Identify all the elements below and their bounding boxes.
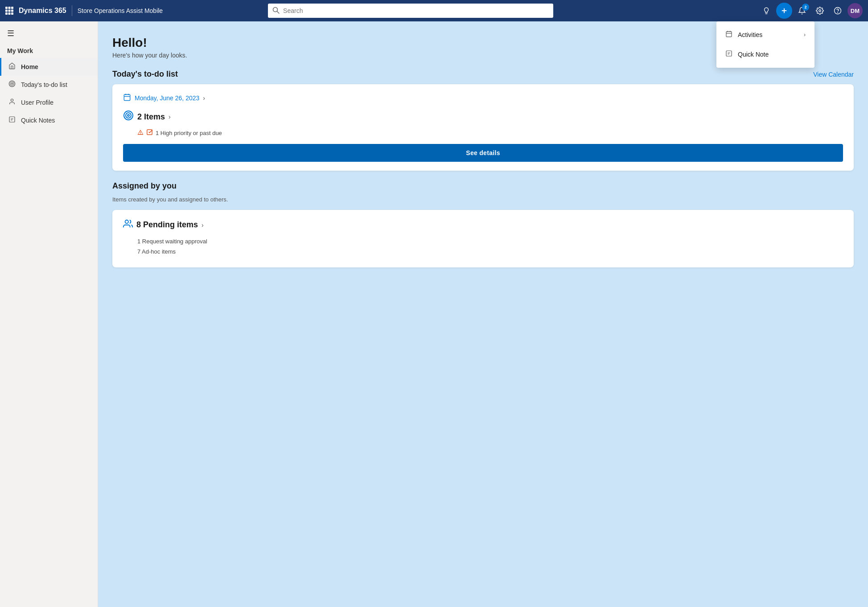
pending-chevron-icon[interactable]: › xyxy=(202,221,204,229)
app-layout: ☰ My Work Home Today's to-do list xyxy=(0,21,868,607)
svg-point-36 xyxy=(128,115,129,116)
svg-rect-3 xyxy=(5,10,8,12)
assigned-section-header: Assigned by you xyxy=(112,181,854,191)
pending-sub-item-1: 7 Ad-hoc items xyxy=(137,248,843,255)
activities-menu-item[interactable]: Activities › xyxy=(716,25,815,45)
svg-point-24 xyxy=(10,82,14,86)
search-input[interactable] xyxy=(283,7,549,14)
sidebar-home-label: Home xyxy=(21,63,38,70)
quicknote-label: Quick Note xyxy=(738,51,806,58)
sidebar-profile-label: User Profile xyxy=(21,99,53,106)
target-icon xyxy=(8,80,16,89)
svg-point-23 xyxy=(9,81,15,86)
search-icon xyxy=(272,7,280,15)
todo-card: Monday, June 26, 2023 › 2 Items › xyxy=(112,84,854,171)
items-count: 2 Items xyxy=(137,112,165,122)
assigned-users-icon xyxy=(123,219,133,231)
svg-rect-0 xyxy=(5,7,8,9)
svg-point-13 xyxy=(819,10,821,12)
quicknote-icon xyxy=(725,50,732,59)
exclamation-icon xyxy=(137,129,144,137)
help-button[interactable] xyxy=(830,3,846,19)
date-chevron-icon[interactable]: › xyxy=(203,94,205,102)
activities-dropdown: Activities › Quick Note xyxy=(716,21,815,68)
items-row: 2 Items › xyxy=(123,110,843,123)
assigned-section-title: Assigned by you xyxy=(112,181,177,191)
svg-rect-37 xyxy=(147,130,152,135)
svg-point-26 xyxy=(11,99,13,101)
items-target-icon xyxy=(123,110,134,123)
svg-rect-27 xyxy=(9,117,15,122)
todo-section-title: Today's to-do list xyxy=(112,70,178,79)
assigned-card: 8 Pending items › 1 Request waiting appr… xyxy=(112,210,854,267)
svg-rect-1 xyxy=(8,7,11,9)
activities-icon xyxy=(725,30,732,39)
card-date-text: Monday, June 26, 2023 xyxy=(135,94,199,102)
svg-rect-6 xyxy=(5,12,8,15)
sidebar-item-profile[interactable]: User Profile xyxy=(0,94,98,111)
assigned-section-sub: Items created by you and assigned to oth… xyxy=(112,196,854,203)
svg-rect-5 xyxy=(11,10,13,12)
brand-name: Dynamics 365 xyxy=(19,7,66,15)
pending-row: 8 Pending items › xyxy=(123,219,843,231)
svg-rect-30 xyxy=(124,94,130,101)
activities-chevron-icon: › xyxy=(804,32,806,38)
svg-point-25 xyxy=(12,83,13,85)
svg-rect-16 xyxy=(726,32,732,37)
sidebar: ☰ My Work Home Today's to-do list xyxy=(0,21,98,607)
notification-badge: 2 xyxy=(802,4,809,11)
sidebar-item-quicknotes[interactable]: Quick Notes xyxy=(0,111,98,129)
sidebar-quicknotes-label: Quick Notes xyxy=(21,117,55,124)
svg-rect-2 xyxy=(11,7,13,9)
svg-rect-7 xyxy=(8,12,11,15)
priority-row: 1 High priority or past due xyxy=(137,129,843,137)
task-icon xyxy=(146,129,153,137)
see-details-button[interactable]: See details xyxy=(123,144,843,162)
search-bar[interactable] xyxy=(268,4,553,18)
view-calendar-link[interactable]: View Calendar xyxy=(813,71,854,78)
svg-rect-4 xyxy=(8,10,11,12)
pending-sub-item-0: 1 Request waiting approval xyxy=(137,238,843,245)
sidebar-item-home[interactable]: Home xyxy=(0,58,98,76)
svg-point-35 xyxy=(126,113,131,118)
card-date-row: Monday, June 26, 2023 › xyxy=(123,93,843,103)
main-content: Hello! Here's how your day looks. Today'… xyxy=(98,21,868,607)
activities-label: Activities xyxy=(738,31,798,38)
notification-button[interactable]: 2 xyxy=(794,3,810,19)
quicknotes-icon xyxy=(8,116,16,125)
svg-rect-8 xyxy=(11,12,13,15)
sidebar-section-label: My Work xyxy=(0,42,98,58)
lightbulb-button[interactable] xyxy=(758,3,774,19)
settings-button[interactable] xyxy=(812,3,828,19)
items-chevron-icon[interactable]: › xyxy=(169,113,171,120)
sidebar-item-today[interactable]: Today's to-do list xyxy=(0,76,98,94)
calendar-icon xyxy=(123,93,131,103)
nav-actions: 2 DM xyxy=(758,3,863,19)
sidebar-menu-button[interactable]: ☰ xyxy=(0,21,98,42)
top-navigation: Dynamics 365 Store Operations Assist Mob… xyxy=(0,0,868,21)
priority-text: 1 High priority or past due xyxy=(156,130,222,136)
svg-point-14 xyxy=(834,8,841,14)
todo-section-header: Today's to-do list View Calendar xyxy=(112,70,854,79)
svg-line-10 xyxy=(277,11,280,13)
svg-rect-20 xyxy=(726,51,732,56)
user-profile-icon xyxy=(8,98,16,107)
pending-count: 8 Pending items xyxy=(136,220,198,230)
waffle-menu-button[interactable] xyxy=(5,7,13,15)
add-button[interactable] xyxy=(776,3,792,19)
home-icon xyxy=(8,62,16,71)
nav-divider xyxy=(72,5,72,16)
sidebar-today-label: Today's to-do list xyxy=(21,81,67,88)
svg-point-38 xyxy=(125,220,128,223)
app-name: Store Operations Assist Mobile xyxy=(78,7,163,14)
quicknote-menu-item[interactable]: Quick Note xyxy=(716,45,815,64)
user-avatar[interactable]: DM xyxy=(847,3,863,18)
